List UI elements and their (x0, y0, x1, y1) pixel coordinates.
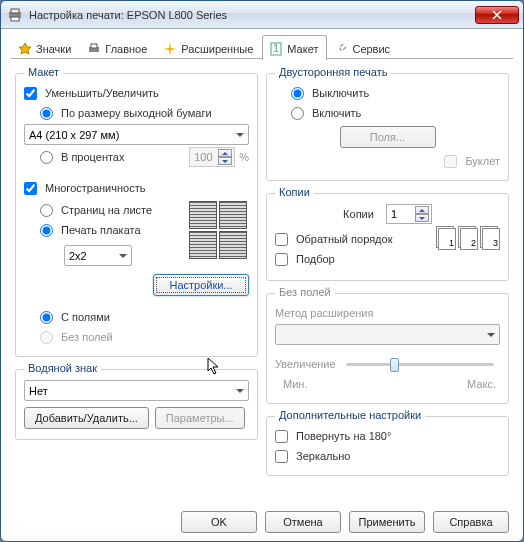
ok-button[interactable]: OK (181, 511, 257, 533)
method-select (275, 324, 500, 345)
borderless-group: Без полей Метод расширения Увеличение (266, 293, 509, 404)
watermark-group: Водяной знак Нет Добавить/Удалить... Пар… (15, 369, 258, 440)
copies-input[interactable]: 1 (386, 204, 432, 224)
pages-per-sheet-label: Страниц на листе (61, 204, 152, 216)
rotate-label: Повернуть на 180° (296, 430, 391, 442)
booklet-checkbox (444, 155, 457, 168)
tab-service[interactable]: Сервис (327, 36, 399, 59)
wrench-icon (334, 42, 348, 56)
tab-main[interactable]: Главное (80, 36, 156, 59)
select-value: A4 (210 x 297 мм) (29, 129, 119, 141)
window-title: Настройка печати: EPSON L800 Series (29, 9, 475, 21)
dialog-footer: OK Отмена Применить Справка (181, 511, 509, 533)
slider-min-label: Мин. (283, 378, 307, 390)
svg-text:1: 1 (273, 42, 279, 54)
mirror-label: Зеркально (296, 450, 350, 462)
svg-rect-4 (91, 44, 97, 48)
chevron-down-icon (236, 133, 244, 137)
slider-max-label: Макс. (467, 378, 496, 390)
without-borders-radio (40, 331, 53, 344)
by-paper-label: По размеру выходной бумаги (61, 107, 212, 119)
percent-input: 100 (189, 147, 235, 167)
spinner[interactable] (415, 206, 429, 222)
group-legend: Водяной знак (24, 362, 101, 374)
input-value: 1 (391, 208, 397, 220)
layout-group: Макет Уменьшить/Увеличить По размеру вых… (15, 73, 258, 357)
printer-icon (7, 7, 23, 23)
tab-advanced[interactable]: Расширенные (156, 36, 262, 59)
select-value: 2x2 (69, 250, 87, 262)
watermark-add-remove-button[interactable]: Добавить/Удалить... (24, 407, 149, 429)
reverse-order-label: Обратный порядок (296, 233, 392, 245)
tab-label: Макет (287, 43, 318, 55)
tab-label: Значки (36, 43, 71, 55)
layout-settings-button[interactable]: Настройки... (153, 274, 249, 296)
cancel-button[interactable]: Отмена (265, 511, 341, 533)
watermark-select[interactable]: Нет (24, 380, 249, 401)
tab-label: Расширенные (181, 43, 253, 55)
multipage-label: Многостраничность (45, 182, 145, 194)
poster-size-select[interactable]: 2x2 (64, 245, 132, 266)
percent-sign: % (239, 151, 249, 163)
method-label: Метод расширения (275, 307, 373, 319)
copies-label: Копии (343, 208, 374, 220)
help-button[interactable]: Справка (433, 511, 509, 533)
by-percent-radio[interactable] (40, 151, 53, 164)
poster-radio[interactable] (40, 224, 53, 237)
svg-rect-2 (11, 17, 19, 21)
duplex-off-label: Выключить (312, 87, 369, 99)
group-legend: Макет (24, 66, 63, 78)
tab-label: Главное (105, 43, 147, 55)
svg-rect-1 (11, 9, 19, 13)
with-borders-radio[interactable] (40, 311, 53, 324)
by-paper-radio[interactable] (40, 107, 53, 120)
reduce-enlarge-label: Уменьшить/Увеличить (45, 87, 159, 99)
collate-preview-icon: 123 (435, 228, 500, 250)
input-value: 100 (194, 151, 212, 163)
watermark-params-button: Параметры... (155, 407, 245, 429)
reduce-enlarge-checkbox[interactable] (24, 87, 37, 100)
collate-label: Подбор (296, 253, 335, 265)
by-percent-label: В процентах (61, 151, 125, 163)
group-legend: Дополнительные настройки (275, 409, 425, 421)
group-legend: Без полей (275, 286, 335, 298)
reverse-order-checkbox[interactable] (275, 233, 288, 246)
close-button[interactable] (475, 6, 519, 24)
sparkle-icon (163, 42, 177, 56)
chevron-down-icon (236, 389, 244, 393)
enlarge-slider (346, 363, 494, 366)
apply-button[interactable]: Применить (349, 511, 425, 533)
slider-thumb (390, 358, 399, 372)
chevron-down-icon (487, 333, 495, 337)
printer-icon (87, 42, 101, 56)
copies-group: Копии Копии 1 Обратный порядок Подбор (266, 193, 509, 281)
duplex-off-radio[interactable] (291, 87, 304, 100)
tab-icons[interactable]: Значки (11, 36, 80, 59)
mirror-checkbox[interactable] (275, 450, 288, 463)
pages-per-sheet-radio[interactable] (40, 204, 53, 217)
group-legend: Копии (275, 186, 314, 198)
spinner (218, 149, 232, 165)
paper-size-select[interactable]: A4 (210 x 297 мм) (24, 124, 249, 145)
poster-preview-icon (187, 199, 249, 261)
without-borders-label: Без полей (61, 331, 113, 343)
tab-layout[interactable]: 1 Макет (262, 35, 327, 60)
close-icon (492, 10, 502, 20)
margins-button: Поля... (340, 126, 436, 148)
duplex-group: Двусторонняя печать Выключить Включить П… (266, 73, 509, 181)
poster-label: Печать плаката (61, 224, 141, 236)
collate-checkbox[interactable] (275, 253, 288, 266)
enlarge-label: Увеличение (275, 358, 336, 370)
booklet-label: Буклет (465, 155, 500, 167)
group-legend: Двусторонняя печать (275, 66, 391, 78)
duplex-on-label: Включить (312, 107, 361, 119)
layout-icon: 1 (269, 42, 283, 56)
titlebar: Настройка печати: EPSON L800 Series (1, 1, 523, 29)
rotate-checkbox[interactable] (275, 430, 288, 443)
multipage-checkbox[interactable] (24, 182, 37, 195)
print-settings-window: Настройка печати: EPSON L800 Series Знач… (0, 0, 524, 542)
duplex-on-radio[interactable] (291, 107, 304, 120)
star-icon (18, 42, 32, 56)
chevron-down-icon (119, 254, 127, 258)
select-value: Нет (29, 385, 48, 397)
